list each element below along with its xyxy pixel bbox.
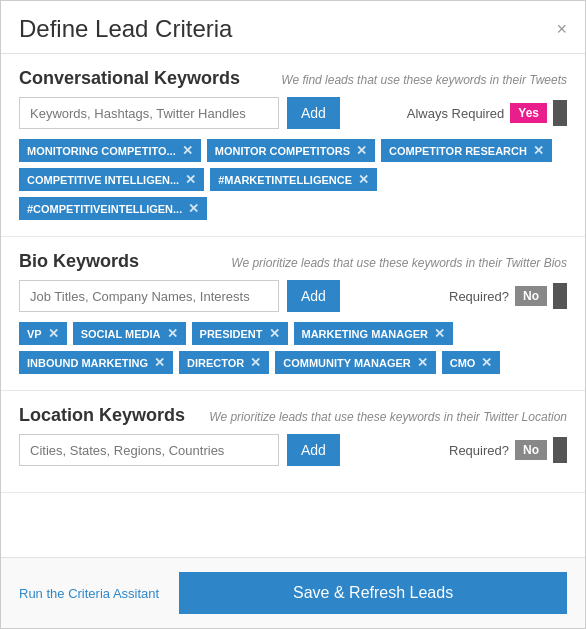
tag-label: CMO <box>450 357 476 369</box>
tag-label: COMMUNITY MANAGER <box>283 357 411 369</box>
tag-remove-icon[interactable]: ✕ <box>250 356 261 369</box>
conversational-keywords-tags: MONITORING COMPETITO... ✕ MONITOR COMPET… <box>19 139 567 220</box>
tag-label: COMPETITOR RESEARCH <box>389 145 527 157</box>
list-item: VP ✕ <box>19 322 67 345</box>
bio-keywords-input[interactable] <box>19 280 279 312</box>
location-keywords-desc: We prioritize leads that use these keywo… <box>209 410 567 424</box>
close-button[interactable]: × <box>556 20 567 38</box>
list-item: CMO ✕ <box>442 351 501 374</box>
list-item: COMPETITOR RESEARCH ✕ <box>381 139 552 162</box>
location-toggle-slider[interactable] <box>553 437 567 463</box>
bio-keywords-input-row: Add Required? No <box>19 280 567 312</box>
conversational-toggle-slider[interactable] <box>553 100 567 126</box>
list-item: DIRECTOR ✕ <box>179 351 269 374</box>
bio-toggle-slider[interactable] <box>553 283 567 309</box>
tag-remove-icon[interactable]: ✕ <box>356 144 367 157</box>
conversational-keywords-section: Conversational Keywords We find leads th… <box>1 54 585 237</box>
bio-keywords-title: Bio Keywords <box>19 251 139 272</box>
conversational-required-row: Always Required Yes <box>407 100 567 126</box>
list-item: INBOUND MARKETING ✕ <box>19 351 173 374</box>
bio-keywords-section: Bio Keywords We prioritize leads that us… <box>1 237 585 391</box>
list-item: #MARKETINTELLIGENCE ✕ <box>210 168 377 191</box>
modal-footer: Run the Criteria Assitant Save & Refresh… <box>1 557 585 628</box>
define-lead-criteria-modal: Define Lead Criteria × Conversational Ke… <box>0 0 586 629</box>
list-item: MONITORING COMPETITO... ✕ <box>19 139 201 162</box>
save-refresh-button[interactable]: Save & Refresh Leads <box>179 572 567 614</box>
criteria-assistant-link[interactable]: Run the Criteria Assitant <box>19 586 159 601</box>
location-required-toggle[interactable]: No <box>515 440 547 460</box>
list-item: COMPETITIVE INTELLIGEN... ✕ <box>19 168 204 191</box>
list-item: MARKETING MANAGER ✕ <box>294 322 454 345</box>
list-item: #COMPETITIVEINTELLIGEN... ✕ <box>19 197 207 220</box>
tag-remove-icon[interactable]: ✕ <box>417 356 428 369</box>
location-keywords-input-row: Add Required? No <box>19 434 567 466</box>
location-keywords-add-button[interactable]: Add <box>287 434 340 466</box>
location-required-label: Required? <box>449 443 509 458</box>
tag-label: DIRECTOR <box>187 357 244 369</box>
conversational-keywords-title: Conversational Keywords <box>19 68 240 89</box>
bio-keywords-header: Bio Keywords We prioritize leads that us… <box>19 251 567 272</box>
tag-label: VP <box>27 328 42 340</box>
list-item: MONITOR COMPETITORS ✕ <box>207 139 375 162</box>
conversational-keywords-add-button[interactable]: Add <box>287 97 340 129</box>
conversational-keywords-header: Conversational Keywords We find leads th… <box>19 68 567 89</box>
tag-remove-icon[interactable]: ✕ <box>167 327 178 340</box>
location-required-row: Required? No <box>449 437 567 463</box>
location-keywords-title: Location Keywords <box>19 405 185 426</box>
tag-label: #COMPETITIVEINTELLIGEN... <box>27 203 182 215</box>
bio-keywords-tags: VP ✕ SOCIAL MEDIA ✕ PRESIDENT ✕ MARKETIN… <box>19 322 567 374</box>
tag-label: MARKETING MANAGER <box>302 328 429 340</box>
tag-label: COMPETITIVE INTELLIGEN... <box>27 174 179 186</box>
tag-label: #MARKETINTELLIGENCE <box>218 174 352 186</box>
bio-required-toggle[interactable]: No <box>515 286 547 306</box>
tag-remove-icon[interactable]: ✕ <box>269 327 280 340</box>
list-item: SOCIAL MEDIA ✕ <box>73 322 186 345</box>
bio-keywords-desc: We prioritize leads that use these keywo… <box>231 256 567 270</box>
tag-remove-icon[interactable]: ✕ <box>481 356 492 369</box>
conversational-required-toggle[interactable]: Yes <box>510 103 547 123</box>
tag-label: MONITOR COMPETITORS <box>215 145 350 157</box>
tag-remove-icon[interactable]: ✕ <box>182 144 193 157</box>
bio-required-label: Required? <box>449 289 509 304</box>
tag-label: PRESIDENT <box>200 328 263 340</box>
list-item: COMMUNITY MANAGER ✕ <box>275 351 436 374</box>
modal-body: Conversational Keywords We find leads th… <box>1 54 585 557</box>
modal-header: Define Lead Criteria × <box>1 1 585 54</box>
conversational-keywords-desc: We find leads that use these keywords in… <box>281 73 567 87</box>
conversational-keywords-input[interactable] <box>19 97 279 129</box>
list-item: PRESIDENT ✕ <box>192 322 288 345</box>
location-keywords-section: Location Keywords We prioritize leads th… <box>1 391 585 493</box>
modal-title: Define Lead Criteria <box>19 15 232 43</box>
tag-label: INBOUND MARKETING <box>27 357 148 369</box>
location-keywords-header: Location Keywords We prioritize leads th… <box>19 405 567 426</box>
tag-remove-icon[interactable]: ✕ <box>185 173 196 186</box>
tag-label: SOCIAL MEDIA <box>81 328 161 340</box>
bio-required-row: Required? No <box>449 283 567 309</box>
tag-label: MONITORING COMPETITO... <box>27 145 176 157</box>
tag-remove-icon[interactable]: ✕ <box>154 356 165 369</box>
bio-keywords-add-button[interactable]: Add <box>287 280 340 312</box>
conversational-keywords-input-row: Add Always Required Yes <box>19 97 567 129</box>
conversational-required-label: Always Required <box>407 106 505 121</box>
tag-remove-icon[interactable]: ✕ <box>188 202 199 215</box>
tag-remove-icon[interactable]: ✕ <box>48 327 59 340</box>
tag-remove-icon[interactable]: ✕ <box>358 173 369 186</box>
tag-remove-icon[interactable]: ✕ <box>533 144 544 157</box>
tag-remove-icon[interactable]: ✕ <box>434 327 445 340</box>
location-keywords-input[interactable] <box>19 434 279 466</box>
